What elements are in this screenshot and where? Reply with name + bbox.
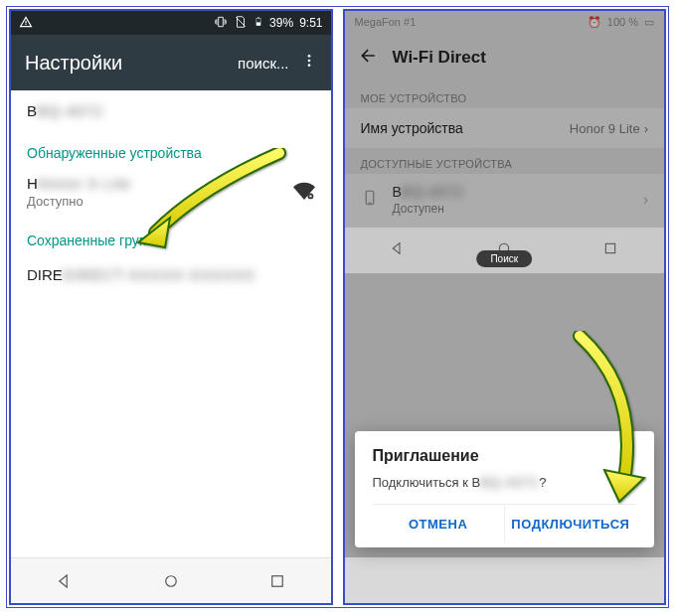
saved-group-row[interactable]: DIREDIRECT-XXXXX-XXXXXX bbox=[11, 254, 331, 295]
my-device-name: BBQ-4072 bbox=[11, 90, 331, 131]
vibrate-icon bbox=[214, 15, 228, 32]
search-pill[interactable]: Поиск bbox=[476, 250, 532, 267]
dialog-message: Подключиться к BBQ-4072? bbox=[373, 475, 637, 490]
battery-icon bbox=[253, 15, 263, 32]
status-bar: 39% 9:51 bbox=[11, 11, 331, 35]
page-title: Настройки bbox=[25, 52, 122, 75]
nav-back-icon[interactable] bbox=[390, 240, 406, 260]
warning-icon bbox=[19, 15, 33, 32]
svg-point-4 bbox=[307, 60, 310, 63]
wifi-secured-icon bbox=[293, 179, 315, 205]
svg-rect-9 bbox=[272, 575, 283, 586]
svg-rect-2 bbox=[257, 17, 259, 18]
device-status: Доступно bbox=[27, 194, 131, 209]
nav-bar bbox=[11, 557, 331, 603]
connect-button[interactable]: ПОДКЛЮЧИТЬСЯ bbox=[505, 505, 636, 543]
svg-rect-13 bbox=[606, 243, 615, 252]
status-time: 9:51 bbox=[299, 16, 322, 30]
nav-home-icon[interactable] bbox=[162, 572, 180, 590]
invitation-dialog: Приглашение Подключиться к BBQ-4072? ОТМ… bbox=[355, 431, 655, 547]
nav-bar: Поиск bbox=[345, 228, 665, 273]
svg-rect-1 bbox=[256, 22, 260, 25]
cancel-button[interactable]: ОТМЕНА bbox=[373, 505, 505, 543]
device-name: HHonor 9 Lite bbox=[27, 175, 131, 192]
no-sim-icon bbox=[234, 15, 248, 32]
phone-left: 39% 9:51 Настройки поиск... BBQ-4072 Обн… bbox=[9, 9, 333, 605]
battery-percent: 39% bbox=[269, 16, 293, 30]
search-button[interactable]: поиск... bbox=[238, 55, 288, 72]
svg-point-5 bbox=[307, 64, 310, 67]
nav-recent-icon[interactable] bbox=[268, 572, 286, 590]
svg-point-8 bbox=[165, 575, 176, 586]
nav-back-icon[interactable] bbox=[56, 572, 74, 590]
svg-point-3 bbox=[307, 55, 310, 58]
dialog-title: Приглашение bbox=[373, 447, 637, 465]
nav-recent-icon[interactable] bbox=[602, 240, 618, 260]
overflow-menu-icon[interactable] bbox=[301, 53, 317, 73]
svg-rect-7 bbox=[309, 196, 311, 198]
discovered-device-row[interactable]: HHonor 9 Lite Доступно bbox=[11, 167, 331, 219]
content: BBQ-4072 Обнаруженные устройства HHonor … bbox=[11, 90, 331, 557]
section-discovered-devices: Обнаруженные устройства bbox=[11, 131, 331, 167]
header-bar: Настройки поиск... bbox=[11, 35, 331, 90]
section-saved-groups: Сохраненные группы bbox=[11, 219, 331, 254]
phone-right: MegaFon #1 ⏰ 100 % ▭ Wi-Fi Direct МОЕ УС… bbox=[343, 9, 667, 605]
